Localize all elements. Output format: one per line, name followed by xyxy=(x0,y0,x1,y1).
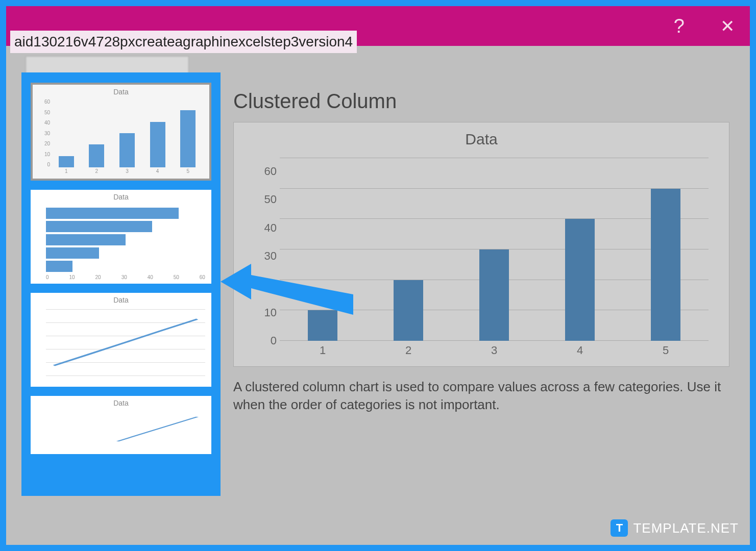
ytick: 0 xyxy=(254,334,277,347)
line-plot-icon xyxy=(46,412,205,443)
help-icon[interactable]: ? xyxy=(674,15,685,37)
ytick: 60 xyxy=(254,165,277,178)
watermark-text: TEMPLATE.NET xyxy=(633,520,739,536)
thumb-title: Data xyxy=(33,85,209,97)
ytick: 20 xyxy=(38,141,50,146)
ytick: 20 xyxy=(254,278,277,291)
ytick: 30 xyxy=(38,131,50,136)
xtick: 3 xyxy=(491,344,497,359)
chart-thumb-clustered-bar[interactable]: Data 0 10 20 30 40 50 60 xyxy=(31,190,211,284)
xtick: 40 xyxy=(148,274,153,282)
chart-type-heading: Clustered Column xyxy=(233,90,729,113)
xtick: 10 xyxy=(69,274,75,282)
watermark-badge-icon: T xyxy=(611,519,628,537)
ytick: 30 xyxy=(254,249,277,263)
column-bar xyxy=(308,310,337,341)
xtick: 5 xyxy=(663,344,669,359)
close-icon[interactable]: ✕ xyxy=(720,16,735,36)
chart-thumb-clustered-column[interactable]: Data 0 10 20 30 40 50 60 12345 xyxy=(31,83,211,181)
ytick: 10 xyxy=(38,152,50,157)
image-caption-overlay: aid130216v4728pxcreateagraphinexcelstep3… xyxy=(10,31,357,53)
column-bar xyxy=(651,189,680,341)
column-bar xyxy=(565,219,595,341)
thumb-chart-area xyxy=(31,305,211,387)
ytick: 50 xyxy=(38,110,50,115)
thumb-chart-area: 0 10 20 30 40 50 60 12345 xyxy=(33,97,209,179)
xtick: 1 xyxy=(320,344,326,359)
ytick: 10 xyxy=(254,306,277,319)
chart-title: Data xyxy=(249,131,714,148)
xtick: 4 xyxy=(577,344,583,359)
thumb-chart-area xyxy=(31,408,211,454)
xtick: 60 xyxy=(200,274,205,282)
ytick: 0 xyxy=(38,162,50,167)
ytick: 40 xyxy=(38,120,50,126)
chart-preview-pane: Clustered Column Data 0102030405060 1234… xyxy=(233,90,729,414)
chart-thumb-line[interactable]: Data xyxy=(31,293,211,387)
watermark: T TEMPLATE.NET xyxy=(611,519,739,537)
column-bar xyxy=(394,280,423,341)
xtick: 2 xyxy=(405,344,411,359)
xtick: 20 xyxy=(95,274,101,282)
x-axis: 12345 xyxy=(280,344,709,359)
xtick: 30 xyxy=(121,274,127,282)
xtick: 0 xyxy=(46,274,49,282)
recommended-charts-sidebar: Data 0 10 20 30 40 50 60 12345 xyxy=(21,72,221,496)
thumb-chart-area: 0 10 20 30 40 50 60 xyxy=(31,202,211,284)
ytick: 50 xyxy=(254,193,277,206)
column-bar xyxy=(479,249,509,341)
line-plot-icon xyxy=(46,309,205,375)
thumb-title: Data xyxy=(31,293,211,305)
chart-thumb-line-alt[interactable]: Data xyxy=(31,396,211,454)
plot-area xyxy=(280,158,709,341)
chart-preview: Data 0102030405060 12345 xyxy=(233,122,729,367)
ytick: 40 xyxy=(254,221,277,235)
thumb-title: Data xyxy=(31,190,211,202)
xtick: 50 xyxy=(174,274,179,282)
insert-chart-dialog: ? ✕ aid130216v4728pxcreateagraphinexcels… xyxy=(6,6,750,545)
ytick: 60 xyxy=(38,99,50,105)
y-axis: 0102030405060 xyxy=(254,158,277,341)
chart-description: A clustered column chart is used to comp… xyxy=(233,378,729,414)
highlight-frame: ? ✕ aid130216v4728pxcreateagraphinexcels… xyxy=(0,0,756,551)
thumb-title: Data xyxy=(31,396,211,408)
